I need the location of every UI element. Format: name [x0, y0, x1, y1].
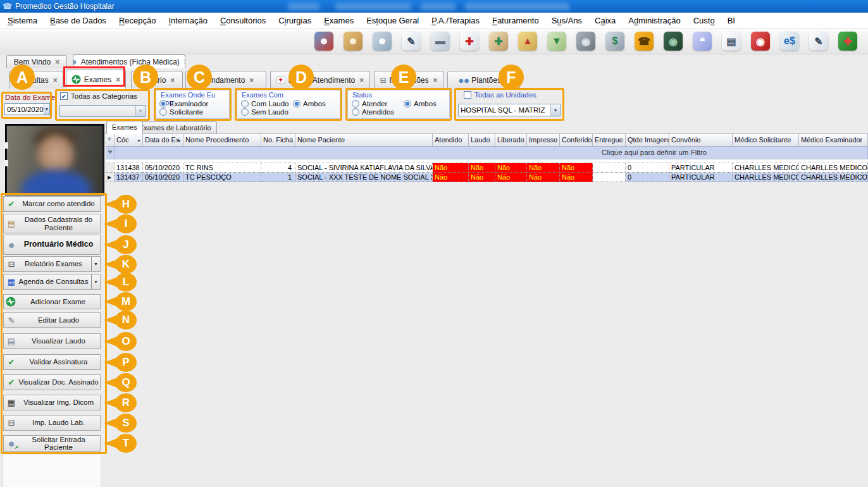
- marcar-como-atendido-button[interactable]: ✔Marcar como atendido: [3, 196, 101, 212]
- safe-icon[interactable]: ◉: [576, 32, 595, 51]
- column-header-conferido[interactable]: Conferido: [560, 133, 593, 147]
- examinador-radio[interactable]: [159, 100, 167, 108]
- menu-recepcao[interactable]: Recepção: [113, 16, 163, 25]
- filter-row-area[interactable]: Clique aqui para definir um Filtro: [115, 147, 868, 159]
- validar-assinatura-button[interactable]: ✔Validar Assinatura: [3, 354, 101, 370]
- patients-folder-icon[interactable]: ☻: [344, 32, 363, 51]
- doctor-icon[interactable]: ☻: [373, 32, 392, 51]
- module-tab-pronto-atendimento[interactable]: ✚Pronto Atendimento×: [270, 71, 370, 89]
- menu-base-de-dados[interactable]: Base de Dados: [44, 16, 113, 25]
- com-laudo-radio[interactable]: [241, 100, 249, 108]
- menu-sus-ans[interactable]: Sus/Ans: [545, 16, 588, 25]
- unidade-combo[interactable]: HOSPITAL SQL - MATRIZ ▼: [458, 104, 561, 116]
- column-header-nome-procedimento[interactable]: Nome Procedimento: [183, 133, 261, 147]
- column-header-impresso[interactable]: Impresso: [527, 133, 560, 147]
- atendidos-radio[interactable]: [352, 108, 359, 116]
- column-header-nome-paciente[interactable]: Nome Paciente: [295, 133, 433, 147]
- sem-laudo-radio[interactable]: [241, 108, 249, 116]
- com-laudo-option[interactable]: Com Laudo: [241, 100, 288, 108]
- column-header-atendido[interactable]: Atendido: [433, 133, 469, 147]
- menu-estoque-geral[interactable]: Estoque Geral: [360, 16, 425, 25]
- relatorio-exames-button[interactable]: ⊟Relatório Exames▼: [3, 256, 101, 272]
- column-header-medico-solicitante[interactable]: Médico Solicitante: [733, 133, 799, 147]
- finance-chart-icon[interactable]: $: [605, 32, 624, 51]
- dropdown-arrow-icon[interactable]: ▼: [91, 274, 100, 289]
- menu-administracao[interactable]: Administração: [622, 16, 686, 25]
- menu-bi[interactable]: BI: [721, 16, 741, 25]
- grid-filter-row[interactable]: Clique aqui para definir um Filtro: [106, 147, 868, 159]
- ledger-book-icon[interactable]: ◉: [664, 32, 683, 51]
- phonebook-icon[interactable]: ☎: [635, 32, 654, 51]
- column-header-entregue[interactable]: Entregue: [593, 133, 626, 147]
- menu-sistema[interactable]: Sistema: [1, 16, 44, 25]
- e-invoice-icon[interactable]: e$: [780, 32, 799, 51]
- status-ambos-option[interactable]: Ambos: [404, 100, 437, 108]
- grid-tab-exames[interactable]: Exames: [106, 121, 143, 134]
- visualizar-doc-assinado-button[interactable]: ✔Visualizar Doc. Assinado: [3, 374, 101, 390]
- menu-faturamento[interactable]: Faturamento: [486, 16, 545, 25]
- todas-categorias-checkbox[interactable]: ✔: [60, 92, 68, 100]
- prontuario-medico-button[interactable]: ☻Prontuário Médico: [3, 235, 101, 255]
- pharmacy-icon[interactable]: ✚: [489, 32, 508, 51]
- column-header-laudo[interactable]: Laudo: [469, 133, 495, 147]
- dados-cadastrais-do-paciente-button[interactable]: ▤Dados Cadastrais do Paciente: [3, 214, 101, 233]
- table-row-131437[interactable]: ▶13143705/10/2020TC PESCOÇO1SOCIAL - XXX…: [106, 173, 868, 182]
- chevron-down-icon[interactable]: ▼: [550, 104, 560, 116]
- close-icon[interactable]: ×: [359, 76, 364, 85]
- column-header-medico-examinador[interactable]: Médico Examinador: [799, 133, 868, 147]
- signed-document-icon[interactable]: ✎: [809, 32, 828, 51]
- grid-tab-exames-laboratorio[interactable]: Exames de Laboratório: [133, 121, 217, 134]
- close-icon[interactable]: ×: [170, 76, 175, 85]
- close-icon[interactable]: ×: [433, 76, 438, 85]
- exames-com-ambos-radio[interactable]: [293, 100, 301, 108]
- examinador-option[interactable]: Examinador: [159, 100, 208, 108]
- close-icon[interactable]: ×: [249, 76, 254, 85]
- money-up-icon[interactable]: ▲: [518, 32, 537, 51]
- column-header-liberado[interactable]: Liberado: [495, 133, 527, 147]
- dropdown-arrow-icon[interactable]: ▼: [91, 257, 100, 271]
- table-row-131438[interactable]: 13143805/10/2020TC RINS4SOCIAL - SIVIRIN…: [106, 163, 868, 173]
- ambulance-icon[interactable]: ✚: [460, 32, 479, 51]
- sync-patients-icon[interactable]: ☻: [314, 32, 333, 51]
- todas-unidades-row[interactable]: Todas as Unidades: [464, 91, 536, 99]
- column-header-convenio[interactable]: Convênio: [669, 133, 733, 147]
- logout-icon[interactable]: ◉: [751, 32, 770, 51]
- money-down-icon[interactable]: ▼: [547, 32, 566, 51]
- atender-radio[interactable]: [352, 100, 359, 108]
- categoria-combo[interactable]: ▼: [59, 105, 146, 117]
- close-icon[interactable]: ×: [53, 76, 58, 85]
- todas-unidades-checkbox[interactable]: [464, 91, 471, 99]
- chevron-down-icon[interactable]: ▼: [135, 106, 145, 116]
- exam-date-combo[interactable]: 05/10/2020 ▼: [4, 103, 50, 115]
- editar-laudo-button[interactable]: ✎Editar Laudo: [3, 312, 101, 328]
- menu-custo[interactable]: Custo: [687, 16, 721, 25]
- contract-icon[interactable]: ✎: [402, 32, 421, 51]
- column-header-data-do-ex[interactable]: Data do Ex▼: [143, 133, 183, 147]
- menu-caixa[interactable]: Caixa: [588, 16, 622, 25]
- chevron-down-icon[interactable]: ▼: [44, 104, 49, 114]
- close-icon[interactable]: ×: [184, 58, 185, 66]
- menu-p-a-terapias[interactable]: P.A./Terapias: [425, 16, 486, 25]
- visualizar-img-dicom-button[interactable]: ▦Visualizar Img. Dicom: [3, 395, 101, 410]
- hospital-bed-icon[interactable]: ▬: [431, 32, 450, 51]
- exames-com-ambos-option[interactable]: Ambos: [293, 100, 326, 108]
- visualizar-laudo-button[interactable]: ▤Visualizar Laudo: [3, 333, 101, 349]
- chat-icon[interactable]: ❝: [693, 32, 712, 51]
- agenda-de-consultas-button[interactable]: ▦Agenda de Consultas▼: [3, 274, 101, 290]
- atender-option[interactable]: Atender: [352, 100, 387, 108]
- status-ambos-radio[interactable]: [404, 100, 411, 108]
- imp-laudo-lab-button[interactable]: ⊟Imp. Laudo Lab.: [3, 415, 101, 431]
- solicitante-option[interactable]: Solicitante: [159, 108, 203, 116]
- adicionar-exame-button[interactable]: Adicionar Exame: [3, 294, 101, 309]
- todas-categorias-row[interactable]: ✔ Todas as Categorias: [60, 92, 137, 100]
- menu-consultorios[interactable]: Consultórios: [214, 16, 272, 25]
- sem-laudo-option[interactable]: Sem Laudo: [241, 108, 288, 116]
- atendidos-option[interactable]: Atendidos: [352, 108, 394, 116]
- menu-cirurgias[interactable]: Cirurgias: [272, 16, 318, 25]
- column-header-qtde-imagens[interactable]: Qtde Imagens: [626, 133, 669, 147]
- column-header-coc[interactable]: Cóc▼: [115, 133, 143, 147]
- solicitar-entrada-paciente-button[interactable]: ☻↗Solicitar Entrada Paciente: [3, 435, 101, 452]
- close-icon[interactable]: ×: [55, 58, 59, 66]
- solicitante-radio[interactable]: [159, 108, 167, 116]
- medical-records-icon[interactable]: ✚: [838, 32, 857, 51]
